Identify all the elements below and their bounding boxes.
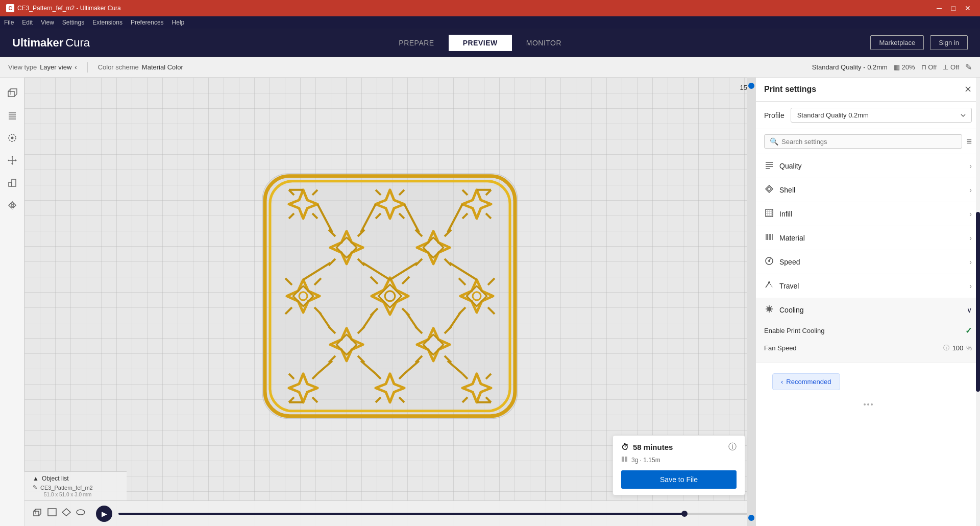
object-dimensions: 51.0 x 51.0 x 3.0 mm [44, 492, 118, 497]
cooling-content: Enable Print Cooling ✓ Fan Speed ⓘ 100 % [756, 322, 980, 363]
infill-section: Infill › [756, 202, 980, 226]
close-button[interactable]: ✕ [962, 2, 974, 14]
infill-header[interactable]: Infill › [756, 202, 980, 226]
side-view-button[interactable] [61, 507, 71, 520]
view-tools [33, 507, 86, 520]
panel-close-button[interactable]: ✕ [964, 84, 972, 95]
logo-ultimaker: Ultimaker [12, 36, 63, 50]
menu-edit[interactable]: Edit [22, 19, 33, 26]
svg-rect-15 [9, 182, 12, 186]
app-logo: Ultimaker Cura [12, 36, 90, 50]
travel-icon [764, 280, 774, 292]
cube-view-button[interactable] [33, 507, 43, 520]
quality-header[interactable]: Quality › [756, 154, 980, 178]
tool-mirror[interactable] [3, 196, 21, 214]
svg-marker-19 [13, 203, 16, 208]
menu-view[interactable]: View [41, 19, 54, 26]
tab-prepare[interactable]: PREPARE [384, 35, 448, 51]
minimize-button[interactable]: ─ [933, 2, 945, 14]
infill-left: Infill [764, 208, 792, 220]
model-container[interactable] [232, 153, 548, 439]
restore-button[interactable]: □ [947, 2, 960, 14]
menu-file[interactable]: File [4, 19, 14, 26]
shell-label: Shell [779, 186, 795, 194]
travel-header[interactable]: Travel › [756, 274, 980, 298]
search-icon: 🔍 [770, 137, 778, 146]
edit-icon: ✎ [33, 484, 37, 491]
tool-move[interactable] [3, 151, 21, 170]
profile-select[interactable]: Standard Quality 0.2mm Fine Quality 0.1m… [791, 108, 972, 123]
svg-point-124 [77, 510, 85, 515]
menu-settings[interactable]: Settings [62, 19, 84, 26]
recommended-label: Recommended [786, 378, 831, 386]
infill-icon [764, 208, 774, 220]
timeline-slider[interactable] [118, 513, 747, 515]
search-wrapper: 🔍 [764, 134, 962, 149]
object-list-bar: ▲ Object list ✎ CE3_Pattern_fef_m2 51.0 … [24, 471, 127, 500]
object-list-toggle[interactable]: ▲ Object list [33, 475, 118, 482]
shell-chevron: › [969, 186, 972, 194]
shell-icon [764, 184, 774, 196]
toolbar-right: Standard Quality - 0.2mm ▦ 20% ⊓ Off ⊥ O… [812, 62, 972, 72]
quality-section: Quality › [756, 154, 980, 178]
tool-view-cube[interactable] [3, 84, 21, 102]
estimate-panel: ⏱ 58 minutes ⓘ 3g · 1.15m Save to File [612, 435, 745, 495]
view-type-value: Layer view [40, 63, 71, 71]
speed-header[interactable]: Speed › [756, 250, 980, 274]
estimate-info-button[interactable]: ⓘ [728, 442, 737, 452]
settings-menu-button[interactable]: ≡ [966, 136, 972, 147]
marketplace-button[interactable]: Marketplace [870, 35, 924, 50]
tool-layers[interactable] [3, 106, 21, 125]
estimate-time-value: 58 minutes [633, 443, 673, 451]
toolbar: View type Layer view ‹ Color scheme Mate… [0, 57, 980, 78]
color-scheme-selector[interactable]: Color scheme Material Color [98, 63, 183, 71]
left-sidebar [0, 78, 24, 526]
panel-title: Print settings [764, 85, 816, 94]
view-type-selector[interactable]: View type Layer view ‹ [8, 63, 77, 71]
quality-label: Quality [779, 162, 802, 170]
fan-speed-info-icon[interactable]: ⓘ [943, 344, 949, 352]
timeline-bar: ▶ [24, 500, 755, 526]
estimate-material-row: 3g · 1.15m [621, 456, 737, 464]
search-input[interactable] [781, 138, 957, 146]
slider-top-handle[interactable] [748, 83, 754, 89]
tool-scale[interactable] [3, 174, 21, 192]
color-scheme-value: Material Color [142, 63, 183, 71]
speed-chevron: › [969, 258, 972, 266]
layer-number: 15 [740, 84, 747, 91]
travel-left: Travel [764, 280, 799, 292]
tool-rotate[interactable] [3, 129, 21, 147]
material-header[interactable]: Material › [756, 226, 980, 250]
tab-preview[interactable]: PREVIEW [449, 35, 512, 51]
timeline-progress [118, 513, 684, 515]
play-button[interactable]: ▶ [96, 506, 112, 522]
window-controls: ─ □ ✕ [933, 2, 974, 14]
signin-button[interactable]: Sign in [930, 35, 968, 50]
svg-marker-123 [62, 509, 70, 516]
svg-rect-16 [12, 179, 16, 186]
svg-marker-18 [9, 203, 11, 208]
top-view-button[interactable] [76, 507, 86, 520]
speed-label: Speed [779, 258, 800, 266]
slider-bottom-handle[interactable] [748, 515, 754, 521]
save-to-file-button[interactable]: Save to File [621, 470, 737, 489]
settings-icon-button[interactable]: ✎ [965, 62, 972, 72]
cooling-header[interactable]: Cooling ∨ [756, 298, 980, 322]
speed-icon [764, 256, 774, 268]
layer-slider[interactable] [747, 78, 755, 526]
shell-header[interactable]: Shell › [756, 178, 980, 202]
tab-monitor[interactable]: MONITOR [512, 35, 576, 51]
front-view-button[interactable] [47, 507, 57, 520]
time-icon: ⏱ [621, 443, 629, 451]
chevron-icon: ▲ [33, 475, 39, 482]
menu-preferences[interactable]: Preferences [131, 19, 164, 26]
recommended-button[interactable]: ‹ Recommended [772, 373, 840, 390]
panel-scrollbar-thumb[interactable] [976, 212, 980, 391]
chevron-left-recommended: ‹ [781, 378, 783, 386]
menu-help[interactable]: Help [172, 19, 185, 26]
panel-scrollbar[interactable] [976, 78, 980, 526]
color-scheme-label: Color scheme [98, 63, 139, 71]
enable-print-cooling-label: Enable Print Cooling [764, 327, 825, 334]
menu-extensions[interactable]: Extensions [92, 19, 122, 26]
cooling-left: Cooling [764, 304, 803, 316]
